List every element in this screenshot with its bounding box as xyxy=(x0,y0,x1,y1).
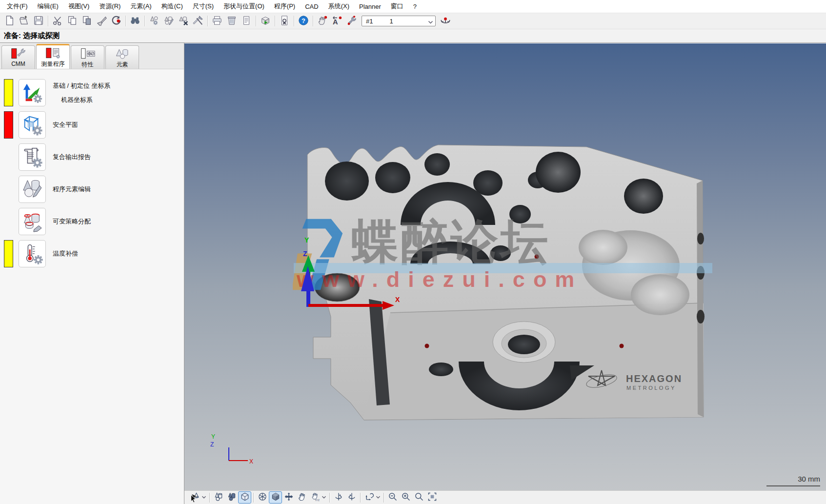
sidebar-item-composite-report[interactable]: 复合输出报告 xyxy=(0,143,184,171)
tools-button[interactable] xyxy=(191,14,205,28)
sidebar-item-alignment[interactable]: 基础 / 初定位 坐标系机器坐标系 xyxy=(0,79,184,106)
menu-edit[interactable]: 编辑(E) xyxy=(33,0,63,13)
menu-planner[interactable]: Planner xyxy=(354,1,386,12)
strategy-icon xyxy=(21,210,43,234)
probe-selector[interactable]: #11 xyxy=(362,16,436,26)
find-button[interactable] xyxy=(128,14,142,28)
open-file-icon xyxy=(19,15,29,27)
chevron-down-icon[interactable] xyxy=(322,491,327,504)
grab-button[interactable] xyxy=(295,491,308,504)
undo-button[interactable] xyxy=(109,14,123,28)
temperature-button[interactable] xyxy=(19,240,46,267)
menu-system[interactable]: 系统(X) xyxy=(323,0,354,13)
cad-3d-viewport[interactable]: HEXAGON METROLOGY Y Z X 蝶醉 xyxy=(184,43,826,490)
strategy-button[interactable] xyxy=(19,208,46,235)
menu-dimension[interactable]: 尺寸(S) xyxy=(188,0,219,13)
report-output-button[interactable] xyxy=(19,143,46,171)
svg-text:HEXAGON: HEXAGON xyxy=(626,373,682,384)
manual-hit-button[interactable] xyxy=(315,14,330,28)
alignment-button[interactable] xyxy=(19,79,46,106)
paste-button[interactable] xyxy=(80,14,94,28)
shaded-view-button[interactable] xyxy=(269,491,282,504)
print-button[interactable] xyxy=(210,14,224,28)
auto-feature-button[interactable]: A xyxy=(330,14,344,28)
grab-xyz-button[interactable]: XYZ xyxy=(308,491,322,504)
item-label: 基础 / 初定位 坐标系 xyxy=(53,81,110,90)
paintbrush-button[interactable] xyxy=(94,14,109,28)
select-feature-button[interactable] xyxy=(188,491,201,504)
sidebar-item-safety-plane[interactable]: 安全平面 xyxy=(0,111,184,139)
highlight-outline-button[interactable] xyxy=(212,491,225,504)
probe-utility-button[interactable] xyxy=(344,14,359,28)
certificate-button[interactable] xyxy=(277,14,292,28)
chevron-down-icon[interactable] xyxy=(376,491,382,504)
menu-file[interactable]: 文件(F) xyxy=(2,0,33,13)
status-color-bar xyxy=(4,79,13,106)
menu-window[interactable]: 窗口 xyxy=(386,0,408,13)
status-color-bar xyxy=(4,111,13,139)
report-button[interactable] xyxy=(239,14,254,28)
menu-form-position[interactable]: 形状与位置(O) xyxy=(219,0,269,13)
menu-help[interactable]: ? xyxy=(408,1,422,12)
svg-text:X: X xyxy=(249,458,253,465)
sidebar-item-temperature-compensation[interactable]: 温度补偿 xyxy=(0,240,184,267)
new-file-button[interactable] xyxy=(2,14,17,28)
menu-features[interactable]: 元素(A) xyxy=(125,0,156,13)
delete-button[interactable] xyxy=(224,14,239,28)
feature-delete-button[interactable] xyxy=(176,14,191,28)
feature-gear-button[interactable] xyxy=(147,14,161,28)
save-button[interactable] xyxy=(31,14,46,28)
tab-program[interactable]: 测量程序 xyxy=(36,44,70,69)
zoom-fit-button[interactable] xyxy=(425,491,439,504)
zoom-in-button[interactable] xyxy=(399,491,412,504)
menu-program[interactable]: 程序(P) xyxy=(269,0,300,13)
status-text: 准备: 选择或探测 xyxy=(4,31,60,40)
safety-plane-button[interactable] xyxy=(19,111,46,139)
program-features-icon xyxy=(21,178,43,202)
tab-label: 特性 xyxy=(82,60,94,69)
highlight-solid-button[interactable] xyxy=(225,491,238,504)
temperature-icon xyxy=(21,242,43,266)
tab-cmm[interactable]: CMM xyxy=(1,45,35,69)
pan-view-button[interactable] xyxy=(282,491,295,504)
feature-gear-icon xyxy=(149,15,160,27)
tab-features[interactable]: 元素 xyxy=(105,45,139,69)
menu-view[interactable]: 视图(V) xyxy=(63,0,94,13)
execute-button[interactable] xyxy=(258,14,273,28)
menu-construct[interactable]: 构造(C) xyxy=(157,0,188,13)
zoom-out-button[interactable] xyxy=(386,491,399,504)
wireframe-view-button[interactable] xyxy=(256,491,269,504)
print-icon xyxy=(212,15,222,27)
program-features-button[interactable] xyxy=(19,176,46,203)
tab-characteristics[interactable]: 特性 xyxy=(71,45,104,69)
toolbar-separator xyxy=(125,16,126,26)
wireframe-view-icon xyxy=(258,492,267,503)
tab-label: 元素 xyxy=(117,60,128,69)
menu-cad[interactable]: CAD xyxy=(300,1,323,12)
copy-button[interactable] xyxy=(65,14,80,28)
rotate-axis-button[interactable] xyxy=(363,491,376,504)
status-color-bar xyxy=(4,240,13,267)
zoom-out-icon xyxy=(388,492,398,503)
cad-model[interactable]: HEXAGON METROLOGY Y Z X xyxy=(184,43,826,490)
probe-rotate-button[interactable] xyxy=(438,14,453,28)
chevron-down-icon[interactable] xyxy=(201,491,207,504)
zoom-window-button[interactable] xyxy=(412,491,425,504)
toolbar-separator xyxy=(313,16,313,26)
help-button[interactable]: ? xyxy=(296,14,311,28)
svg-text:METROLOGY: METROLOGY xyxy=(626,385,676,391)
sidebar-item-variable-strategy[interactable]: 可变策略分配 xyxy=(0,208,184,235)
open-file-button[interactable] xyxy=(17,14,31,28)
menu-bar: 文件(F)编辑(E)视图(V)资源(R)元素(A)构造(C)尺寸(S)形状与位置… xyxy=(0,0,826,13)
chevron-down-icon[interactable] xyxy=(428,19,433,22)
cut-button[interactable] xyxy=(50,14,65,28)
menu-resources[interactable]: 资源(R) xyxy=(94,0,125,13)
view-cube-button[interactable] xyxy=(238,491,251,504)
sidebar-item-program-feature-edit[interactable]: 程序元素编辑 xyxy=(0,176,184,203)
rotate-ccw-button[interactable] xyxy=(345,491,358,504)
undo-icon xyxy=(111,15,121,27)
certificate-icon xyxy=(279,15,290,27)
features-tab-icon xyxy=(113,47,132,60)
feature-edit-button[interactable] xyxy=(161,14,176,28)
rotate-cw-button[interactable] xyxy=(332,491,345,504)
